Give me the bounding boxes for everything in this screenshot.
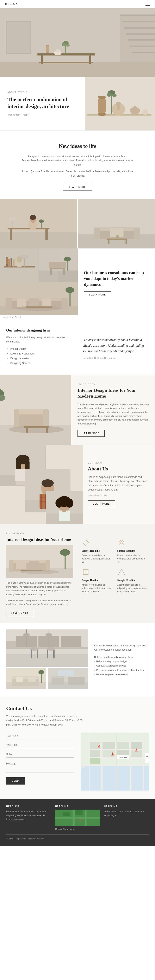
svg-point-18 bbox=[56, 49, 60, 52]
email-field bbox=[6, 742, 74, 748]
contact-map: New York + − bbox=[81, 733, 149, 791]
image-row-right bbox=[78, 199, 155, 248]
svg-rect-109 bbox=[46, 428, 48, 433]
svg-rect-201 bbox=[130, 733, 131, 791]
about-studio-section: ABOUT STUDIO The perfect combination of … bbox=[0, 76, 155, 130]
svg-rect-78 bbox=[50, 268, 52, 275]
footer-col-3-title: Headline bbox=[104, 805, 149, 808]
firm-item-label-1: Interior Design bbox=[10, 347, 27, 350]
studio-list-text-2: Helps you stay on your budget bbox=[96, 660, 127, 663]
svg-rect-207 bbox=[131, 742, 142, 749]
svg-point-216 bbox=[135, 751, 138, 752]
svg-text:+: + bbox=[146, 755, 148, 758]
svg-rect-34 bbox=[133, 106, 137, 111]
hamburger-menu-icon[interactable] bbox=[146, 3, 150, 6]
icon-3-title: Sample Headline bbox=[82, 579, 113, 582]
svg-point-39 bbox=[112, 94, 117, 97]
studio-small-image-1 bbox=[6, 668, 46, 691]
business-img-3 bbox=[0, 282, 78, 315]
svg-point-28 bbox=[98, 95, 106, 99]
footer-map-thumbnail bbox=[55, 810, 100, 826]
icon-2-title: Sample Headline bbox=[117, 549, 149, 552]
business-images: Images from Freepik bbox=[0, 248, 78, 320]
business-img-2 bbox=[39, 248, 78, 282]
business-learn-more-button[interactable]: LEARN MORE bbox=[84, 291, 111, 298]
new-ideas-title: New ideas to life bbox=[21, 143, 134, 149]
living-room-2-desc2: These fifty modern living rooms show hom… bbox=[6, 598, 73, 606]
svg-rect-68 bbox=[11, 258, 13, 267]
icon-item-2: Sample Headline Donec sit amet diam in v… bbox=[117, 539, 149, 564]
vases-illustration bbox=[85, 76, 155, 130]
about-us-learn-more-button[interactable]: LEARN MORE bbox=[88, 500, 115, 507]
business-img-1 bbox=[0, 248, 39, 282]
our-team-tag: OUR TEAM bbox=[88, 462, 150, 464]
message-input[interactable] bbox=[6, 760, 74, 773]
svg-rect-135 bbox=[59, 511, 70, 521]
icon-item-4: Sample Headline Aptent lorem sagittis et… bbox=[117, 568, 149, 593]
svg-rect-186 bbox=[51, 677, 64, 685]
svg-point-134 bbox=[66, 499, 73, 508]
svg-rect-9 bbox=[132, 52, 155, 53]
footer-col-3: Headline Lorem ipsum dolor sit amet, con… bbox=[104, 805, 149, 830]
svg-point-171 bbox=[46, 647, 55, 651]
svg-rect-105 bbox=[43, 409, 49, 427]
studio-list-text-3: Our quality, affordable service bbox=[96, 665, 126, 667]
icons-grid: Sample Headline Donec sit amet diam in v… bbox=[78, 532, 149, 617]
email-input[interactable] bbox=[6, 742, 74, 748]
contact-section: Contact Us You are always welcome to con… bbox=[0, 697, 155, 799]
svg-rect-107 bbox=[24, 426, 49, 428]
svg-rect-50 bbox=[13, 220, 13, 228]
living-room-desc: The place where we all gather, laugh and… bbox=[78, 402, 149, 426]
firm-checklist: ✓ Interior Design ✓ Luxurious Residences… bbox=[6, 347, 72, 365]
icon-1-desc: Donec sit amet diam in volutpat. Cras al… bbox=[82, 554, 113, 564]
firm-item-1: ✓ Interior Design bbox=[6, 347, 72, 351]
svg-point-92 bbox=[17, 305, 61, 311]
svg-rect-3 bbox=[120, 14, 155, 16]
check-icon-2: ✓ bbox=[6, 352, 9, 356]
name-field bbox=[6, 733, 74, 739]
svg-rect-36 bbox=[111, 93, 112, 114]
studio-desc: Design Studio provides Interior design s… bbox=[94, 644, 149, 652]
business-title: Our business consultants can help you ad… bbox=[84, 270, 149, 287]
about-studio-source: Images from Freepik bbox=[8, 113, 78, 116]
svg-rect-198 bbox=[89, 733, 90, 791]
svg-rect-4 bbox=[122, 21, 155, 22]
svg-point-146 bbox=[60, 549, 70, 556]
svg-rect-188 bbox=[68, 677, 84, 685]
svg-rect-212 bbox=[90, 758, 100, 764]
living-room-2-title: Interior Design Ideas for Your Home bbox=[6, 537, 73, 542]
svg-rect-143 bbox=[16, 561, 27, 569]
submit-button[interactable]: SEND bbox=[6, 777, 25, 784]
svg-point-73 bbox=[17, 256, 22, 262]
living-room-2-learn-more-button[interactable]: LEARN MORE bbox=[6, 610, 33, 617]
svg-point-29 bbox=[98, 113, 106, 116]
living-room-1-image bbox=[0, 375, 71, 445]
firm-title: Our interior designing firm bbox=[6, 328, 72, 332]
new-ideas-learn-more-button[interactable]: LEARN MORE bbox=[63, 184, 92, 191]
freepik-link[interactable]: Freepik bbox=[22, 113, 29, 116]
svg-rect-13 bbox=[39, 62, 93, 64]
studio-images bbox=[6, 630, 88, 691]
new-ideas-text2: Lorem: Quisque Fringilla urna sit amet. … bbox=[21, 169, 134, 178]
svg-point-51 bbox=[9, 217, 16, 221]
svg-rect-88 bbox=[62, 298, 68, 310]
svg-rect-43 bbox=[10, 229, 13, 240]
team-text: OUR TEAM About Us Donec sit adipiscing d… bbox=[83, 445, 155, 524]
check-icon-3: ✓ bbox=[6, 357, 9, 360]
about-studio-tag: ABOUT STUDIO bbox=[8, 91, 78, 93]
firm-item-4: ✓ Designing Spaces bbox=[6, 361, 72, 365]
svg-point-215 bbox=[112, 754, 114, 755]
studio-text: Design Studio provides Interior design s… bbox=[92, 630, 149, 691]
logo[interactable]: DESIGN bbox=[5, 3, 18, 6]
svg-rect-141 bbox=[9, 560, 13, 572]
message-field bbox=[6, 760, 74, 773]
studio-small-image-2 bbox=[48, 668, 88, 691]
svg-point-170 bbox=[30, 647, 39, 651]
footer-col-2-title: Headline bbox=[55, 805, 100, 808]
firm-left: Our interior designing firm We are a mul… bbox=[6, 328, 72, 366]
living-room-learn-more-button[interactable]: LEARN MORE bbox=[78, 430, 104, 437]
svg-point-173 bbox=[23, 633, 30, 636]
firm-item-label-2: Luxurious Residences bbox=[10, 352, 35, 355]
subject-input[interactable] bbox=[6, 751, 74, 757]
name-input[interactable] bbox=[6, 733, 74, 739]
